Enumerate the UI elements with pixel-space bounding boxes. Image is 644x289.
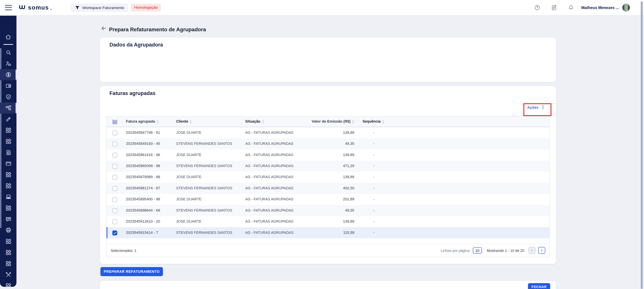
sidebar-item-modules-21[interactable] xyxy=(0,280,16,289)
sidebar-item-modules-8[interactable] xyxy=(0,136,16,147)
sidebar-item-billing-2[interactable] xyxy=(0,69,16,80)
column-header-sit[interactable]: Situação xyxy=(242,116,304,127)
cell-situacao: AG - FATURAS AGRUPADAS xyxy=(242,183,304,194)
table-row-6[interactable]: 2023545881274 - 67STEVENS FERNANDES SANT… xyxy=(106,183,549,194)
cell-sequencia: - xyxy=(355,138,549,149)
billing-icon xyxy=(5,72,11,78)
sidebar-item-modules-17[interactable] xyxy=(0,236,16,247)
cell-cliente: STEVENS FERNANDES SANTOS xyxy=(173,183,242,194)
hamburger-menu-icon[interactable] xyxy=(5,5,12,10)
modules-icon xyxy=(5,172,11,178)
sidebar-item-messages-15[interactable] xyxy=(0,214,16,224)
table-row-4[interactable]: 2023545865099 - 98STEVENS FERNANDES SANT… xyxy=(106,160,549,172)
table-row-2[interactable]: 2023545849193 - 45STEVENS FERNANDES SANT… xyxy=(106,138,549,149)
table-row-3[interactable]: 2023545861616 - 96JOSE DUARTEAG - FATURA… xyxy=(106,149,549,160)
sidebar-item-hierarchy-5[interactable] xyxy=(0,102,16,113)
page-scrollbar[interactable] xyxy=(641,1,643,289)
sidebar-item-home[interactable] xyxy=(0,31,16,42)
sidebar-item-shield-check-4[interactable] xyxy=(0,91,16,102)
cell-fatura: 2023545847746 - 61 xyxy=(122,127,173,138)
pagination-prev-button[interactable] xyxy=(528,247,536,254)
page-title: Prepara Refaturamento de Agrupadora xyxy=(109,26,206,32)
table-body: 2023545847746 - 61JOSE DUARTEAG - FATURA… xyxy=(106,127,549,244)
cell-cliente: STEVENS FERNANDES SANTOS xyxy=(173,160,242,172)
pagination-next-button[interactable] xyxy=(538,247,545,254)
row-checkbox[interactable] xyxy=(112,141,118,146)
cell-fatura: 2023545912610 - 20 xyxy=(122,216,173,227)
column-header-cli[interactable]: Cliente xyxy=(173,116,242,127)
workspace-chip[interactable]: Workspace Faturamento xyxy=(71,3,128,12)
help-icon[interactable] xyxy=(534,4,540,11)
messages-icon xyxy=(5,216,11,222)
row-checkbox[interactable] xyxy=(112,208,118,213)
table-row-1[interactable]: 2023545847746 - 61JOSE DUARTEAG - FATURA… xyxy=(106,127,549,138)
modules-icon xyxy=(5,182,11,189)
sidebar-item-modules-18[interactable] xyxy=(0,247,16,258)
column-header-val[interactable]: Valor de Emissão (R$) xyxy=(304,116,355,127)
cell-sequencia: - xyxy=(355,160,549,172)
home-icon xyxy=(5,34,12,40)
broom-icon xyxy=(5,116,11,122)
cell-fatura: 2023545881274 - 67 xyxy=(122,183,173,194)
cell-valor: 471,29 xyxy=(304,160,355,172)
column-header-seq[interactable]: Sequência xyxy=(355,116,549,127)
sidebar-item-credit-card-10[interactable] xyxy=(0,158,16,169)
somus-logo-mark-icon xyxy=(18,3,27,12)
chevron-right-icon xyxy=(540,248,544,252)
row-checkbox[interactable] xyxy=(112,197,118,202)
viewport: somus . Workspace Faturamento Homologaçã… xyxy=(0,0,644,289)
acoes-label: Ações xyxy=(527,105,538,110)
sidebar-item-invoice-9[interactable] xyxy=(0,147,16,158)
sidebar-item-printer-16[interactable] xyxy=(0,224,16,236)
user-avatar[interactable] xyxy=(622,4,630,12)
sidebar-item-modules-19[interactable] xyxy=(0,258,16,269)
table-row-7[interactable]: 2023545895400 - 98JOSE DUARTEAG - FATURA… xyxy=(106,194,549,205)
row-checkbox[interactable] xyxy=(112,175,118,180)
cell-valor: 49,35 xyxy=(304,205,355,216)
cell-valor: 139,89 xyxy=(304,172,355,183)
table-row-9[interactable]: 2023545912610 - 20JOSE DUARTEAG - FATURA… xyxy=(106,216,549,227)
sidebar-item-modules-12[interactable] xyxy=(0,180,16,191)
sidebar-item-modules-14[interactable] xyxy=(0,202,16,213)
sidebar-item-modules-7[interactable] xyxy=(0,124,16,136)
preparar-refaturamento-button[interactable]: PREPARAR REFATURAMENTO xyxy=(100,267,163,276)
cell-situacao: AG - FATURAS AGRUPADAS xyxy=(242,160,304,172)
row-checkbox[interactable] xyxy=(112,219,118,224)
back-arrow-icon[interactable] xyxy=(101,26,106,31)
sidebar-item-clients-1[interactable] xyxy=(0,58,16,69)
sidebar-item-modules-11[interactable] xyxy=(0,169,16,180)
column-label: Cliente xyxy=(176,116,188,127)
rows-per-page-input[interactable] xyxy=(473,247,482,254)
sidebar-item-search-0[interactable] xyxy=(0,47,16,58)
sidebar-item-tools-20[interactable] xyxy=(0,269,16,280)
cell-valor: 201,89 xyxy=(304,194,355,205)
row-checkbox[interactable] xyxy=(112,152,118,158)
row-checkbox[interactable] xyxy=(112,230,118,235)
release-notes-icon[interactable] xyxy=(551,4,557,11)
row-checkbox[interactable] xyxy=(112,130,118,135)
cell-cliente: JOSE DUARTE xyxy=(173,172,242,183)
select-all-checkbox[interactable] xyxy=(112,119,118,124)
modules-icon xyxy=(5,282,11,289)
user-name[interactable]: Matheus Menezes ... xyxy=(581,5,619,10)
column-header-fat[interactable]: Fatura agrupada xyxy=(122,116,173,127)
table-row-5[interactable]: 2023545878989 - 88JOSE DUARTEAG - FATURA… xyxy=(106,172,549,183)
showing-range-label: Mostrando 1 - 10 de 20 xyxy=(487,248,524,252)
cell-cliente: STEVENS FERNANDES SANTOS xyxy=(173,205,242,216)
acoes-button[interactable]: Ações xyxy=(527,105,545,110)
table-row-8[interactable]: 2023545898644 - 69STEVENS FERNANDES SANT… xyxy=(106,205,549,216)
notifications-bell-icon[interactable] xyxy=(568,4,574,11)
table-row-10[interactable]: 2023545915414 - 7STEVENS FERNANDES SANTO… xyxy=(106,227,549,238)
checkbox-cell xyxy=(106,216,122,227)
sidebar-item-broom-6[interactable] xyxy=(0,114,16,124)
table-header-row: Fatura agrupadaClienteSituaçãoValor de E… xyxy=(106,116,549,127)
cell-valor: 49,35 xyxy=(304,138,355,149)
sidebar-item-wallet-3[interactable] xyxy=(0,80,16,91)
cell-cliente: STEVENS FERNANDES SANTOS xyxy=(173,227,242,238)
fechar-button[interactable]: FECHAR xyxy=(528,283,550,289)
cell-sequencia: - xyxy=(355,205,549,216)
row-checkbox[interactable] xyxy=(112,186,118,191)
sidebar-item-terminal-13[interactable] xyxy=(0,191,16,202)
row-checkbox[interactable] xyxy=(112,164,118,168)
column-label: Fatura agrupada xyxy=(126,116,155,127)
